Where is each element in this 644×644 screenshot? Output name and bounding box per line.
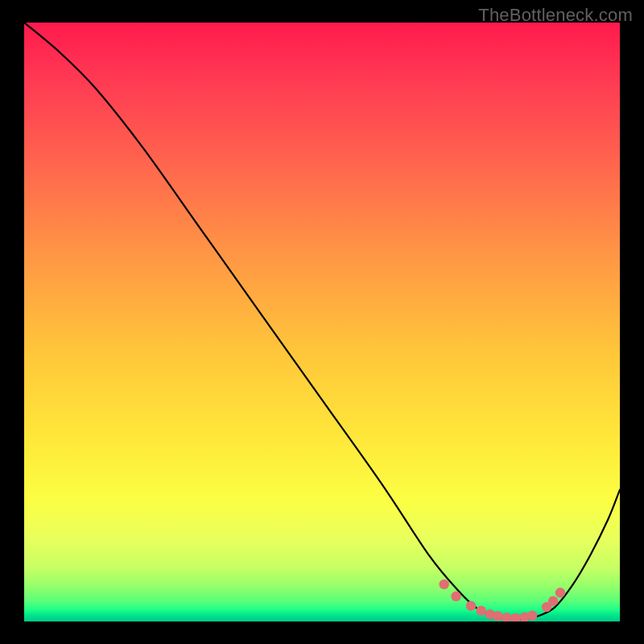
valley-dot (555, 588, 565, 597)
chart-frame: TheBottleneck.com (0, 0, 644, 644)
bottleneck-curve (24, 23, 620, 619)
valley-dot (493, 611, 502, 621)
valley-dot (510, 613, 520, 621)
valley-markers (440, 580, 566, 621)
valley-dot (502, 613, 511, 621)
valley-dot (476, 605, 485, 615)
valley-dot (466, 601, 476, 611)
valley-dot (451, 592, 460, 601)
valley-dot (527, 610, 537, 620)
valley-dot (440, 580, 449, 589)
curve-layer (24, 23, 620, 621)
valley-dot (548, 597, 558, 606)
plot-area (24, 23, 620, 621)
